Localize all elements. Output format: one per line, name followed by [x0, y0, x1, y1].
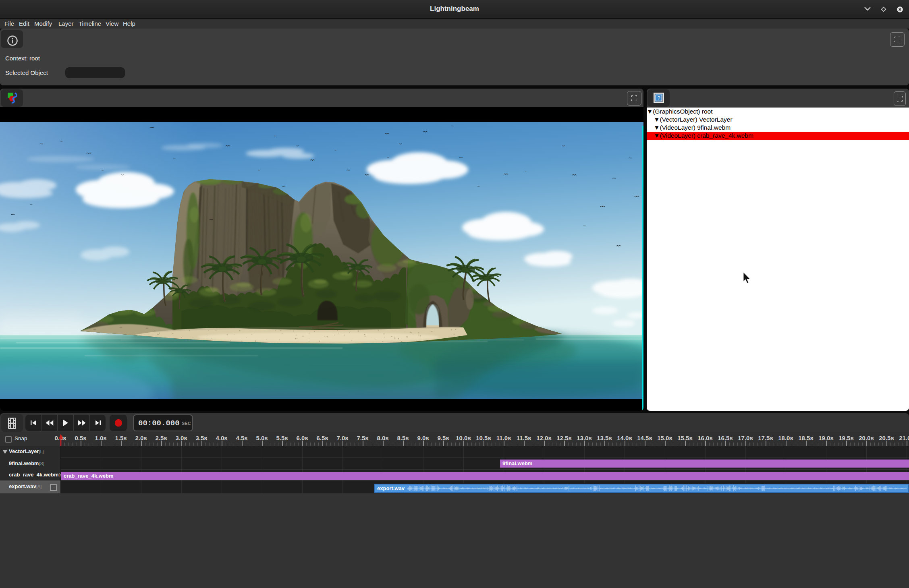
- svg-text:?: ?: [657, 95, 660, 101]
